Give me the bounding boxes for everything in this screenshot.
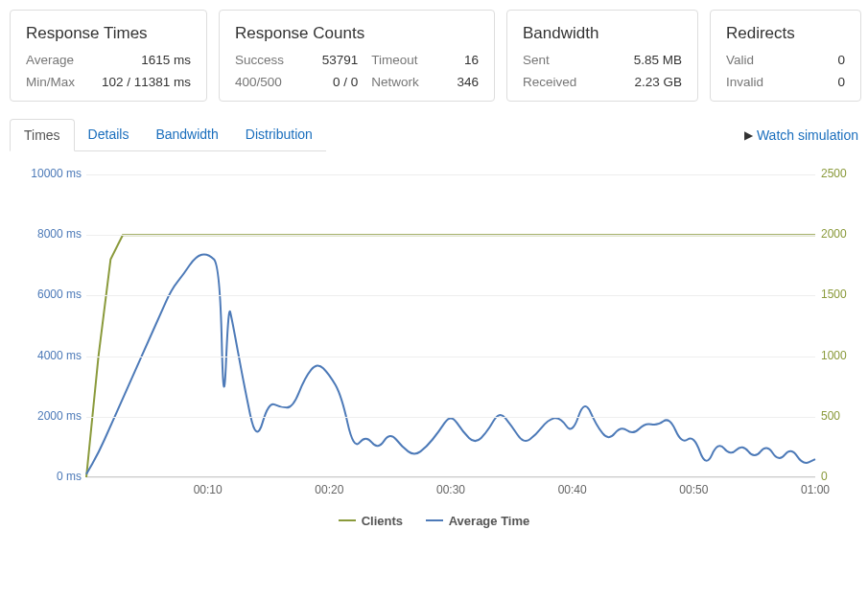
- success-label: Success: [235, 53, 296, 67]
- x-tick-label: 00:20: [315, 483, 343, 496]
- card-title: Redirects: [726, 24, 845, 43]
- err-value: 0 / 0: [310, 75, 358, 89]
- chart: 0 ms02000 ms5004000 ms10006000 ms1500800…: [10, 165, 856, 500]
- success-value: 53791: [310, 53, 358, 67]
- card-response-counts: Response Counts Success 53791 Timeout 16…: [219, 10, 495, 102]
- legend-item-clients: Clients: [339, 514, 403, 528]
- legend-label-clients: Clients: [362, 514, 403, 528]
- tab-bandwidth[interactable]: Bandwidth: [142, 119, 231, 150]
- tab-details[interactable]: Details: [75, 119, 143, 150]
- y-left-tick-label: 6000 ms: [14, 288, 82, 301]
- y-left-tick-label: 0 ms: [14, 470, 82, 483]
- card-redirects: Redirects Valid 0 Invalid 0: [710, 10, 861, 102]
- grid-line: [86, 295, 815, 296]
- grid-line: [86, 235, 815, 236]
- legend: Clients Average Time: [10, 510, 858, 528]
- received-label: Received: [523, 75, 621, 89]
- timeout-label: Timeout: [371, 53, 431, 67]
- watch-label: Watch simulation: [757, 127, 858, 143]
- sent-label: Sent: [523, 53, 621, 67]
- card-title: Bandwidth: [523, 24, 682, 43]
- sent-value: 5.85 MB: [634, 53, 682, 67]
- invalid-value: 0: [837, 75, 845, 89]
- summary-cards: Response Times Average 1615 ms Min/Max 1…: [10, 10, 858, 102]
- y-left-tick-label: 10000 ms: [14, 167, 82, 180]
- y-right-tick-label: 0: [821, 470, 859, 483]
- y-right-tick-label: 500: [821, 409, 859, 423]
- tab-times[interactable]: Times: [10, 119, 75, 151]
- y-right-tick-label: 1000: [821, 349, 859, 362]
- y-right-tick-label: 2500: [821, 167, 859, 180]
- play-icon: ▶: [744, 128, 753, 142]
- legend-item-avg: Average Time: [426, 514, 530, 528]
- card-bandwidth: Bandwidth Sent 5.85 MB Received 2.23 GB: [506, 10, 698, 102]
- card-response-times: Response Times Average 1615 ms Min/Max 1…: [10, 10, 207, 102]
- chart-svg: [86, 174, 815, 477]
- x-tick-label: 00:10: [194, 483, 223, 496]
- valid-value: 0: [837, 53, 845, 67]
- card-title: Response Counts: [235, 24, 479, 43]
- invalid-label: Invalid: [726, 75, 824, 89]
- x-tick-label: 00:50: [679, 483, 708, 496]
- y-left-tick-label: 8000 ms: [14, 227, 82, 241]
- y-left-tick-label: 4000 ms: [14, 349, 82, 362]
- legend-label-avg: Average Time: [449, 514, 530, 528]
- legend-swatch-clients: [339, 519, 356, 521]
- series-avg-line: [86, 254, 815, 473]
- minmax-label: Min/Max: [26, 75, 88, 89]
- x-tick-label: 01:00: [801, 483, 830, 496]
- grid-line: [86, 477, 815, 478]
- network-value: 346: [445, 75, 479, 89]
- watch-simulation-link[interactable]: ▶ Watch simulation: [744, 127, 858, 143]
- y-right-tick-label: 2000: [821, 227, 859, 241]
- tab-distribution[interactable]: Distribution: [232, 119, 326, 150]
- plot-area: [86, 174, 815, 477]
- err-label: 400/500: [235, 75, 296, 89]
- grid-line: [86, 357, 815, 357]
- grid-line: [86, 174, 815, 175]
- card-title: Response Times: [26, 24, 191, 43]
- network-label: Network: [371, 75, 431, 89]
- legend-swatch-avg: [426, 519, 443, 521]
- valid-label: Valid: [726, 53, 824, 67]
- received-value: 2.23 GB: [634, 75, 682, 89]
- x-tick-label: 00:30: [436, 483, 465, 496]
- avg-label: Average: [26, 53, 88, 67]
- y-right-tick-label: 1500: [821, 288, 859, 301]
- tabs: Times Details Bandwidth Distribution: [10, 119, 326, 151]
- x-tick-label: 00:40: [558, 483, 587, 496]
- minmax-value: 102 / 11381 ms: [102, 75, 191, 89]
- grid-line: [86, 417, 815, 418]
- y-left-tick-label: 2000 ms: [14, 409, 82, 423]
- avg-value: 1615 ms: [102, 53, 191, 67]
- timeout-value: 16: [445, 53, 479, 67]
